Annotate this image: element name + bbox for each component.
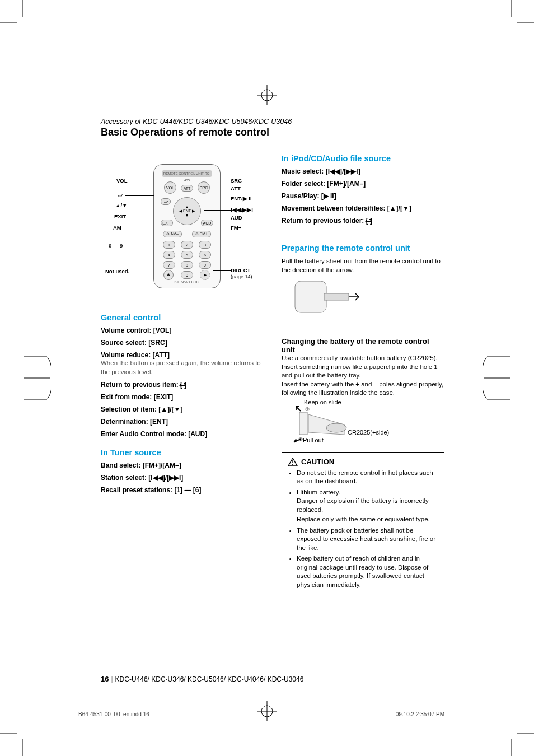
svg-point-6 <box>326 423 346 432</box>
footer-timestamp: 09.10.2 2:35:07 PM <box>396 711 444 717</box>
svg-text:①: ① <box>305 407 310 412</box>
ipod-heading: In iPod/CD/Audio file source <box>282 154 444 163</box>
caution-box: CAUTION Do not set the remote control in… <box>282 452 444 596</box>
svg-point-9 <box>292 464 293 465</box>
remote-diagram: REMOTE CONTROL UNIT RC-405 VOL SRC ATT ⮐… <box>101 157 264 303</box>
caution-title: CAUTION <box>301 458 334 466</box>
prepare-heading: Preparing the remote control unit <box>282 244 444 253</box>
page-title: Basic Operations of remote control <box>101 127 444 138</box>
svg-rect-3 <box>324 293 349 300</box>
determination: Determination: [ENT] <box>101 418 264 426</box>
audio-control-mode: Enter Audio Control mode: [AUD] <box>101 430 264 438</box>
page-number: 16|KDC-U446/ KDC-U346/ KDC-U5046/ KDC-U4… <box>101 675 303 683</box>
station-select: Station select: [I◀◀]/[▶▶I] <box>101 474 264 482</box>
caution-hot: Do not set the remote control in hot pla… <box>297 469 438 486</box>
volume-reduce-note: When the button is pressed again, the vo… <box>101 359 264 376</box>
volume-control: Volume control: [VOL] <box>101 326 264 334</box>
battery-heading: Changing the battery of the remote contr… <box>282 337 444 354</box>
return-previous-item: Return to previous item: [ ]⮐ <box>101 381 264 389</box>
accessory-line: Accessory of KDC-U446/KDC-U346/KDC-U5046… <box>101 118 444 125</box>
recall-preset: Recall preset stations: [1] — [6] <box>101 486 264 494</box>
volume-reduce: Volume reduce: [ATT] <box>101 351 264 359</box>
selection-item: Selection of item: [▲]/[▼] <box>101 405 264 413</box>
general-heading: General control <box>101 313 264 322</box>
exit-mode: Exit from mode: [EXIT] <box>101 393 264 401</box>
svg-rect-5 <box>299 412 307 435</box>
caution-lithium: Lithium battery. Danger of explosion if … <box>297 488 438 524</box>
side-mark-left-icon <box>22 356 51 400</box>
battery-body2: Insert the battery with the + and – pole… <box>282 380 444 398</box>
side-mark-right-icon <box>483 356 512 400</box>
movement-folders: Movement between folders/files: [▲]/[▼] <box>282 204 444 212</box>
footer-indd: B64-4531-00_00_en.indd 16 <box>78 711 149 717</box>
pause-play: Pause/Play: [▶ II] <box>282 192 444 200</box>
registration-top-icon <box>256 84 278 106</box>
caution-children: Keep battery out of reach of children an… <box>297 554 438 589</box>
caution-heat: The battery pack or batteries shall not … <box>297 526 438 553</box>
battery-body1: Use a commercially available button batt… <box>282 354 444 380</box>
svg-rect-2 <box>295 281 326 312</box>
battery-change-diagram: Keep on slide ① ② Pull out CR2025(+side) <box>293 400 382 445</box>
battery-sheet-diagram <box>289 277 362 321</box>
source-select: Source select: [SRC] <box>101 339 264 347</box>
warning-icon <box>288 458 298 466</box>
folder-select: Folder select: [FM+]/[AM–] <box>282 180 444 188</box>
music-select: Music select: [I◀◀]/[▶▶I] <box>282 167 444 175</box>
tuner-heading: In Tuner source <box>101 448 264 457</box>
prepare-body: Pull the battery sheet out from the remo… <box>282 257 444 274</box>
return-previous-folder: Return to previous folder: [ ]⮐ <box>282 217 444 225</box>
svg-text:②: ② <box>298 437 303 442</box>
band-select: Band select: [FM+]/[AM–] <box>101 461 264 469</box>
